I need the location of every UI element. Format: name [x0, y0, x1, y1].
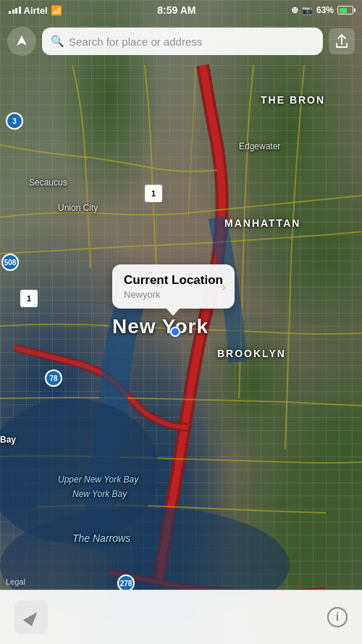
signal-bar-4: [19, 7, 21, 14]
info-icon: i: [336, 611, 339, 624]
navigation-arrow-icon: [15, 34, 28, 49]
battery-fill: [340, 8, 348, 13]
search-placeholder: Search for place or address: [69, 35, 202, 48]
my-location-arrow-icon: [22, 609, 40, 627]
callout-chevron-icon: ›: [222, 279, 226, 294]
carrier-name: Airtel: [24, 5, 48, 16]
callout-subtitle: Newyork: [124, 289, 223, 300]
nav-bar: 🔍 Search for place or address: [0, 20, 362, 62]
location-dot: [170, 327, 180, 337]
share-icon: [336, 34, 348, 49]
search-bar[interactable]: 🔍 Search for place or address: [42, 28, 323, 55]
info-button[interactable]: i: [327, 607, 348, 627]
callout-title: Current Location: [124, 273, 223, 288]
wifi-icon: 📶: [51, 5, 62, 16]
signal-bar-1: [9, 11, 11, 14]
back-navigation-button[interactable]: [7, 27, 36, 56]
signal-bar-3: [15, 8, 17, 14]
share-button[interactable]: [329, 28, 355, 54]
battery-body: [337, 6, 353, 14]
status-carrier: Airtel 📶: [9, 5, 62, 16]
status-right: ⊕ 📷 63%: [291, 5, 353, 15]
signal-bars: [9, 7, 21, 14]
battery-percent: 63%: [316, 5, 334, 15]
location-status-icon: ⊕: [291, 5, 298, 15]
battery-indicator: [337, 6, 353, 14]
screen-record-icon: 📷: [302, 5, 313, 15]
bottom-toolbar: i: [0, 590, 362, 644]
current-location-callout[interactable]: Current Location Newyork ›: [112, 264, 235, 309]
search-icon: 🔍: [51, 35, 64, 48]
legal-label: Legal: [6, 577, 25, 586]
status-bar: Airtel 📶 8:59 AM ⊕ 📷 63%: [0, 0, 362, 20]
status-time: 8:59 AM: [157, 4, 195, 16]
my-location-button[interactable]: [14, 601, 48, 634]
signal-bar-2: [12, 9, 14, 14]
